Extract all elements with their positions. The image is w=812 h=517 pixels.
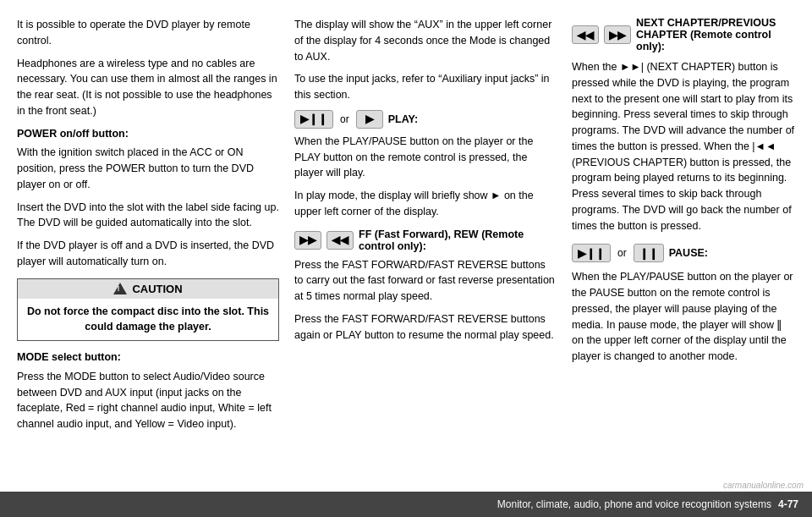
ff-label: FF (Fast Forward), REW (Remote control o…	[359, 228, 557, 252]
pause-para: When the PLAY/PAUSE button on the player…	[572, 269, 795, 365]
next-chapter-icon: ▶▶	[604, 25, 631, 44]
prev-chapter-icon: ◀◀	[572, 25, 599, 44]
ff-icon: ▶▶	[294, 231, 321, 250]
caution-box: CAUTION Do not force the compact disc in…	[17, 278, 279, 342]
ff-para2: Press the FAST FORWARD/FAST REVERSE butt…	[294, 311, 557, 344]
play-para2: In play mode, the display will briefly s…	[294, 188, 557, 220]
mode-heading: MODE select button:	[17, 349, 279, 366]
play-icon: ▶	[356, 110, 383, 129]
col-right: ◀◀ ▶▶ NEXT CHAPTER/PREVIOUS CHAPTER (Rem…	[572, 17, 795, 448]
next-para: When the ►►| (NEXT CHAPTER) button is pr…	[572, 59, 795, 234]
play-para: When the PLAY/PAUSE button on the player…	[294, 134, 557, 181]
caution-body: Do not force the compact disc into the s…	[18, 299, 278, 341]
mode-para: Press the MODE button to select Audio/Vi…	[17, 369, 279, 432]
next-icon-row: ◀◀ ▶▶ NEXT CHAPTER/PREVIOUS CHAPTER (Rem…	[572, 17, 795, 52]
play-pause-icon: ▶❙❙	[294, 110, 333, 129]
pause-label: PAUSE:	[669, 247, 708, 259]
caution-header: CAUTION	[18, 279, 278, 299]
pause-icon-row: ▶❙❙ or ❙❙ PAUSE:	[572, 244, 795, 262]
col-left: It is possible to operate the DVD player…	[17, 17, 279, 448]
pause-play-icon: ▶❙❙	[572, 244, 611, 262]
next-label: NEXT CHAPTER/PREVIOUS CHAPTER (Remote co…	[636, 17, 795, 52]
footer-bar: Monitor, climate, audio, phone and voice…	[0, 492, 812, 517]
footer-page: 4-77	[778, 498, 798, 510]
rew-icon: ◀◀	[326, 231, 354, 250]
play-label: PLAY:	[388, 113, 418, 125]
content-area: It is possible to operate the DVD player…	[0, 0, 812, 482]
pause-or-label: or	[617, 247, 627, 259]
mid-para1: The display will show the “AUX” in the u…	[294, 17, 557, 64]
power-para1: With the ignition switch placed in the A…	[17, 145, 279, 192]
ff-para1: Press the FAST FORWARD/FAST REVERSE butt…	[294, 257, 557, 305]
page-container: It is possible to operate the DVD player…	[0, 0, 812, 517]
pause-icon: ❙❙	[634, 244, 664, 262]
power-para2: Insert the DVD into the slot with the la…	[17, 200, 279, 232]
footer-text: Monitor, climate, audio, phone and voice…	[497, 498, 771, 510]
left-para2: Headphones are a wireless type and no ca…	[17, 56, 279, 119]
play-icon-row: ▶❙❙ or ▶ PLAY:	[294, 110, 557, 129]
or-label: or	[340, 113, 349, 125]
caution-triangle-icon	[113, 283, 127, 294]
power-heading: POWER on/off button:	[17, 126, 279, 142]
power-para3: If the DVD player is off and a DVD is in…	[17, 238, 279, 270]
caution-title: CAUTION	[132, 283, 182, 295]
left-para1: It is possible to operate the DVD player…	[17, 17, 279, 49]
mid-para2: To use the input jacks, refer to “Auxili…	[294, 71, 557, 103]
ff-icon-row: ▶▶ ◀◀ FF (Fast Forward), REW (Remote con…	[294, 228, 557, 252]
col-middle: The display will show the “AUX” in the u…	[294, 17, 557, 448]
watermark: carmanualonline.com	[723, 481, 804, 490]
